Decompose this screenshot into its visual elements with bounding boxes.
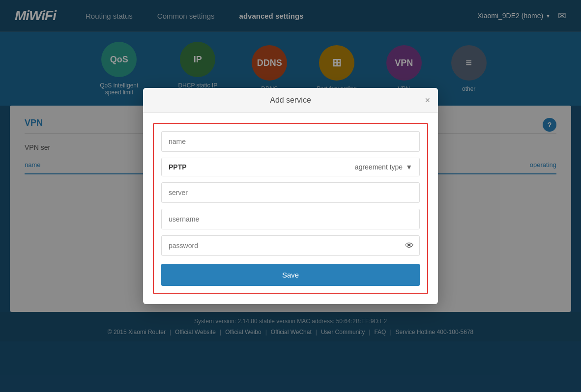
modal-body: PPTP agreement type ▼ 👁 Save (143, 113, 438, 304)
save-button[interactable]: Save (161, 264, 420, 286)
chevron-down-icon: ▼ (406, 163, 412, 171)
username-input[interactable] (161, 209, 420, 229)
password-input[interactable] (161, 235, 420, 256)
protocol-label: PPTP (169, 163, 355, 171)
form-box: PPTP agreement type ▼ 👁 Save (153, 123, 428, 294)
agreement-type-dropdown[interactable]: agreement type ▼ (355, 163, 412, 171)
add-service-modal: Add service × PPTP agreement type ▼ 👁 (143, 88, 438, 304)
modal-title: Add service (270, 96, 311, 105)
name-input[interactable] (161, 131, 420, 152)
modal-overlay: Add service × PPTP agreement type ▼ 👁 (0, 0, 581, 392)
agreement-row: PPTP agreement type ▼ (161, 158, 420, 176)
modal-close-button[interactable]: × (425, 96, 430, 105)
agreement-type-label: agreement type (355, 163, 403, 171)
password-row: 👁 (161, 235, 420, 256)
modal-header: Add service × (143, 88, 438, 113)
password-toggle-icon[interactable]: 👁 (405, 241, 414, 251)
server-input[interactable] (161, 182, 420, 203)
